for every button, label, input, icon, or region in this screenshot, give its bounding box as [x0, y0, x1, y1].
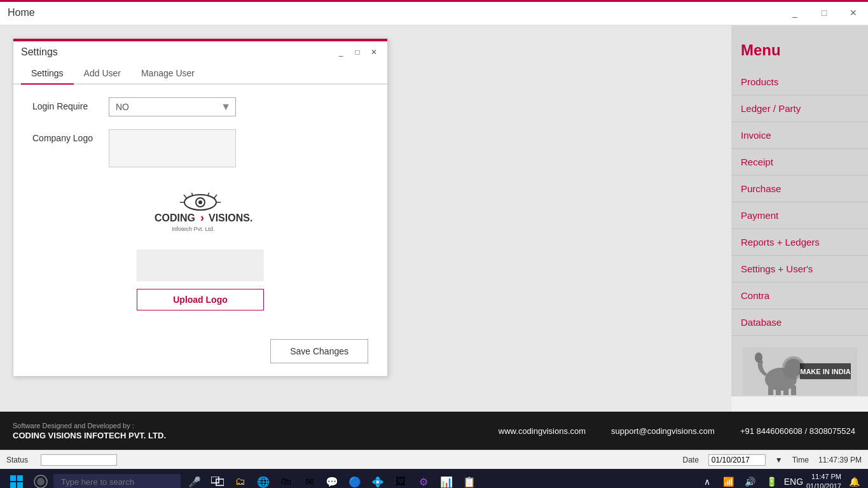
- taskbar-battery-icon[interactable]: 🔋: [763, 473, 781, 488]
- sidebar-item-database[interactable]: Database: [731, 309, 868, 336]
- dialog-maximize-button[interactable]: □: [352, 46, 363, 58]
- sidebar-item-payment[interactable]: Payment: [731, 202, 868, 229]
- taskbar-app-whatsapp[interactable]: 💬: [322, 471, 342, 488]
- sidebar-item-ledger-party[interactable]: Ledger / Party: [731, 95, 868, 122]
- sidebar-item-purchase[interactable]: Purchase: [731, 176, 868, 202]
- svg-text:VISIONS.: VISIONS.: [209, 213, 252, 223]
- dialog-close-button[interactable]: ✕: [368, 46, 380, 58]
- taskbar: 🎤 🗂 🌐 🛍 ✉ 💬 🔵 💠 🖼 ⚙ 📊 📋 ∧ 📶 🔊 🔋 ENG 11:4…: [0, 469, 868, 488]
- svg-line-5: [184, 195, 186, 198]
- svg-line-6: [214, 195, 217, 198]
- taskbar-app-task-view[interactable]: [207, 471, 228, 488]
- minimize-button[interactable]: _: [780, 0, 809, 25]
- taskbar-app-explorer[interactable]: 🗂: [230, 471, 251, 488]
- footer-company-name: CODING VISIONS INFOTECH PVT. LTD.: [13, 431, 473, 440]
- logo-box-preview: [137, 249, 264, 281]
- taskbar-notification-icon[interactable]: 🔔: [845, 473, 863, 488]
- footer: Software Designed and Developed by : COD…: [0, 412, 868, 450]
- time-display: 11:47:39 PM: [818, 456, 862, 464]
- taskbar-up-arrow[interactable]: ∧: [698, 473, 716, 488]
- start-button[interactable]: [5, 470, 28, 488]
- svg-rect-20: [791, 386, 796, 395]
- sidebar-item-products[interactable]: Products: [731, 69, 868, 95]
- status-right: Date ▼ Time 11:47:39 PM: [682, 454, 862, 466]
- svg-rect-18: [776, 386, 781, 395]
- company-logo-control: [109, 129, 368, 167]
- company-logo-row: Company Logo: [32, 129, 368, 167]
- taskbar-date-display: 01/10/2017: [806, 482, 841, 488]
- taskbar-app-skype[interactable]: 💠: [368, 471, 388, 488]
- save-changes-button[interactable]: Save Changes: [270, 339, 368, 363]
- svg-rect-25: [17, 475, 23, 481]
- window-controls: _ □ ✕: [780, 0, 868, 25]
- sidebar-item-receipt[interactable]: Receipt: [731, 149, 868, 176]
- close-button[interactable]: ✕: [839, 0, 868, 25]
- svg-rect-19: [783, 386, 789, 395]
- status-input[interactable]: [41, 454, 117, 466]
- tab-settings[interactable]: Settings: [21, 63, 74, 83]
- svg-rect-24: [10, 475, 16, 481]
- taskbar-system-icons: ∧ 📶 🔊 🔋 ENG 11:47 PM 01/10/2017 🔔: [698, 472, 863, 488]
- sidebar-item-reports-ledgers[interactable]: Reports + Ledgers: [731, 229, 868, 256]
- taskbar-app-photos[interactable]: 🖼: [390, 471, 411, 488]
- svg-text:›: ›: [200, 211, 204, 224]
- cortana-button[interactable]: [32, 473, 50, 488]
- tab-manage-user[interactable]: Manage User: [131, 63, 205, 83]
- svg-rect-27: [17, 482, 23, 488]
- svg-rect-17: [768, 386, 773, 395]
- dialog-minimize-button[interactable]: _: [335, 46, 347, 58]
- content-area: Settings _ □ ✕ Settings Add User Manage …: [0, 25, 731, 412]
- taskbar-language[interactable]: ENG: [785, 473, 803, 488]
- svg-rect-26: [10, 482, 16, 488]
- taskbar-app-store[interactable]: 🛍: [276, 471, 296, 488]
- svg-text:Infotech Pvt. Ltd.: Infotech Pvt. Ltd.: [172, 226, 215, 232]
- taskbar-search-input[interactable]: [53, 474, 181, 489]
- taskbar-network-icon[interactable]: 📶: [720, 473, 738, 488]
- status-label: Status: [6, 456, 28, 464]
- tabs-bar: Settings Add User Manage User: [13, 63, 387, 85]
- taskbar-sound-icon[interactable]: 🔊: [741, 473, 759, 488]
- taskbar-app-mic[interactable]: 🎤: [184, 471, 205, 488]
- svg-line-8: [208, 193, 209, 195]
- make-india-section: MAKE IN INDIA: [731, 345, 868, 396]
- date-label: Date: [682, 456, 698, 464]
- right-panel: Menu Products Ledger / Party Invoice Rec…: [731, 25, 868, 412]
- taskbar-app-mail[interactable]: ✉: [299, 471, 319, 488]
- sidebar-item-contra[interactable]: Contra: [731, 282, 868, 309]
- svg-point-21: [755, 352, 762, 363]
- taskbar-apps: 🎤 🗂 🌐 🛍 ✉ 💬 🔵 💠 🖼 ⚙ 📊 📋: [184, 471, 479, 488]
- cortana-icon: [34, 475, 48, 488]
- taskbar-app-gst[interactable]: 📋: [459, 471, 479, 488]
- dialog-content: Login Require NO YES ▼ Company Logo: [13, 85, 387, 330]
- svg-point-29: [37, 478, 45, 485]
- task-view-icon: [211, 477, 224, 487]
- taskbar-app-excel[interactable]: 📊: [436, 471, 457, 488]
- svg-text:MAKE IN INDIA: MAKE IN INDIA: [800, 368, 851, 375]
- cv-logo-svg: CODING › VISIONS. Infotech Pvt. Ltd.: [137, 193, 264, 237]
- sidebar-item-invoice[interactable]: Invoice: [731, 122, 868, 149]
- login-require-select[interactable]: NO YES: [109, 97, 236, 116]
- svg-text:CODING: CODING: [155, 213, 195, 223]
- logo-upload-box: [109, 129, 236, 167]
- make-india-content: MAKE IN INDIA: [743, 347, 857, 395]
- maximize-button[interactable]: □: [809, 0, 839, 25]
- upload-logo-button[interactable]: Upload Logo: [137, 289, 264, 310]
- date-input[interactable]: [708, 454, 766, 466]
- login-require-row: Login Require NO YES ▼: [32, 97, 368, 116]
- company-logo-label: Company Logo: [32, 129, 109, 143]
- menu-title: Menu: [731, 35, 868, 69]
- login-require-select-wrapper: NO YES ▼: [109, 97, 236, 116]
- cv-logo-section: CODING › VISIONS. Infotech Pvt. Ltd. Upl…: [32, 180, 368, 317]
- taskbar-app-vs[interactable]: ⚙: [413, 471, 434, 488]
- taskbar-app-edge[interactable]: 🌐: [253, 471, 273, 488]
- tab-add-user[interactable]: Add User: [74, 63, 131, 83]
- title-bar-accent: [0, 0, 868, 2]
- windows-icon: [10, 475, 23, 488]
- coding-visions-logo: CODING › VISIONS. Infotech Pvt. Ltd.: [137, 193, 264, 240]
- sidebar-item-settings-users[interactable]: Settings + User's: [731, 256, 868, 282]
- main-layout: Settings _ □ ✕ Settings Add User Manage …: [0, 25, 868, 412]
- login-require-label: Login Require: [32, 97, 109, 111]
- taskbar-app-chrome[interactable]: 🔵: [345, 471, 365, 488]
- title-bar: Home _ □ ✕: [0, 0, 868, 25]
- dialog-title: Settings: [21, 46, 58, 58]
